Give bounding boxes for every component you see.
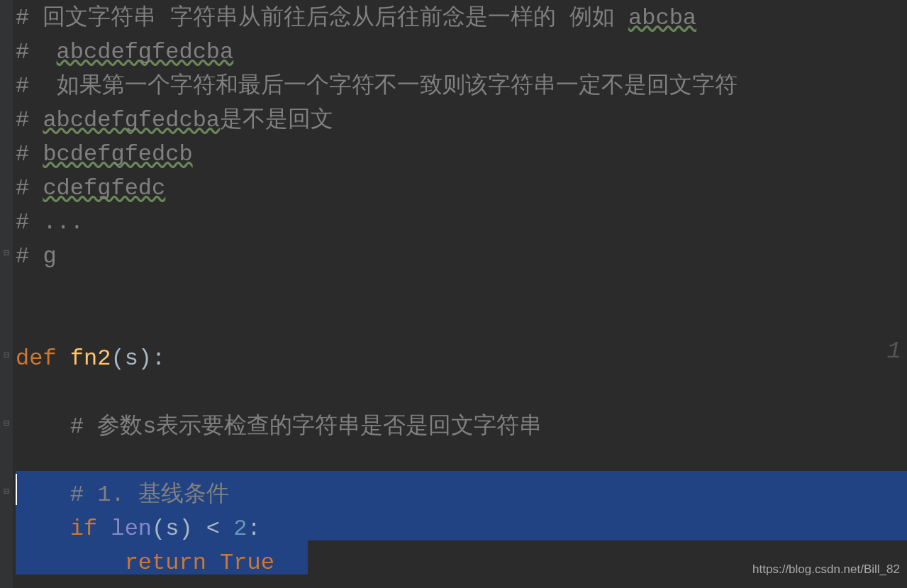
code-line[interactable]: # 1. 基线条件 <box>16 478 907 512</box>
code-line[interactable]: # 参数s表示要检查的字符串是否是回文字符串 <box>16 410 907 444</box>
comment-text: abcba <box>628 5 696 31</box>
code-line[interactable]: # abcdefgfedcba <box>16 35 907 70</box>
comment-text: 回文字符串 <box>43 5 156 31</box>
comment-text: # 如果第一个字符和最后一个字符不一致则该字符串一定不是回文字符 <box>16 70 738 104</box>
number: 2 <box>233 512 247 546</box>
comment-text: # <box>16 5 43 31</box>
code-line[interactable]: if len(s) < 2: <box>16 512 907 546</box>
variable: s <box>165 512 179 546</box>
paren: ( <box>152 512 165 546</box>
code-editor[interactable]: # 回文字符串 字符串从前往后念从后往前念是一样的 例如 abcba # abc… <box>0 0 907 580</box>
paren: ) <box>138 342 152 376</box>
builtin-len: len <box>111 512 152 546</box>
keyword-return: return <box>125 546 220 580</box>
paren: ) <box>179 512 206 546</box>
code-line[interactable] <box>16 274 907 308</box>
fold-icon[interactable]: ⊟ <box>1 350 11 360</box>
code-line[interactable] <box>16 444 907 478</box>
code-line[interactable]: def fn2(s): <box>16 342 907 376</box>
code-line[interactable]: # abcdefgfedcba是不是回文 <box>16 104 907 138</box>
comment-text: abcdefgfedcba <box>57 39 234 65</box>
comment-text: # 1. 基线条件 <box>16 478 229 512</box>
keyword-if: if <box>70 512 111 546</box>
operator: < <box>206 512 233 546</box>
code-line[interactable]: # ... <box>16 206 907 240</box>
comment-text: # <box>16 141 43 167</box>
comment-text: # <box>16 39 57 65</box>
fold-icon[interactable]: ⊟ <box>1 418 11 428</box>
comment-text: # 参数s表示要检查的字符串是否是回文字符串 <box>16 410 542 444</box>
code-line[interactable] <box>16 308 907 342</box>
text-cursor <box>16 474 17 505</box>
code-line[interactable] <box>16 376 907 410</box>
code-line[interactable]: # 回文字符串 字符串从前往后念从后往前念是一样的 例如 abcba <box>16 1 907 35</box>
keyword-true: True <box>220 546 274 580</box>
code-line[interactable]: # bcdefgfedcb <box>16 138 907 172</box>
comment-text: # g <box>16 240 57 274</box>
comment-text: abcdefgfedcba <box>43 107 220 133</box>
comment-text: cdefgfedc <box>43 175 165 201</box>
comment-text: bcdefgfedcb <box>43 141 192 167</box>
comment-text: # ... <box>16 206 84 240</box>
watermark: https://blog.csdn.net/Bill_82 <box>752 560 900 579</box>
comment-text: 字符串从前往后念从后往前念是一样的 例如 <box>156 5 628 31</box>
parameter: s <box>125 342 138 376</box>
colon: : <box>152 342 165 376</box>
code-line[interactable]: # g <box>16 240 907 274</box>
indent <box>16 546 125 580</box>
comment-text: # <box>16 175 43 201</box>
fold-icon[interactable]: ⊟ <box>1 487 11 497</box>
code-line[interactable]: # 如果第一个字符和最后一个字符不一致则该字符串一定不是回文字符 <box>16 70 907 104</box>
function-name: fn2 <box>70 342 111 376</box>
paren: ( <box>111 342 124 376</box>
keyword-def: def <box>16 342 70 376</box>
colon: : <box>247 512 260 546</box>
indent <box>16 512 70 546</box>
fold-icon[interactable]: ⊟ <box>1 248 11 258</box>
comment-text: # <box>16 107 43 133</box>
comment-text: 是不是回文 <box>220 107 333 133</box>
code-line[interactable]: # cdefgfedc <box>16 172 907 206</box>
